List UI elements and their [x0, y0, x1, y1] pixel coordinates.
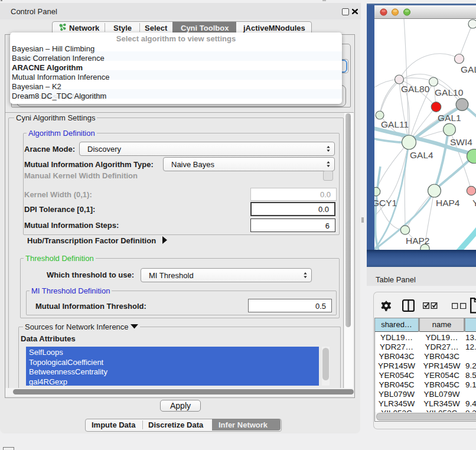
svg-text:GCY1: GCY1: [374, 198, 397, 208]
svg-text:SWI4: SWI4: [450, 137, 472, 147]
svg-text:GAL80: GAL80: [401, 84, 430, 94]
svg-text:GAL11: GAL11: [381, 119, 409, 129]
svg-text:YM: YM: [472, 198, 476, 208]
svg-text:HAP4: HAP4: [436, 198, 460, 208]
svg-text:GAL2: GAL2: [461, 64, 476, 74]
svg-text:GAL1: GAL1: [438, 113, 461, 123]
svg-text:HAP2: HAP2: [406, 236, 430, 246]
svg-text:GAL4: GAL4: [410, 150, 433, 160]
svg-text:GAL10: GAL10: [435, 87, 464, 97]
